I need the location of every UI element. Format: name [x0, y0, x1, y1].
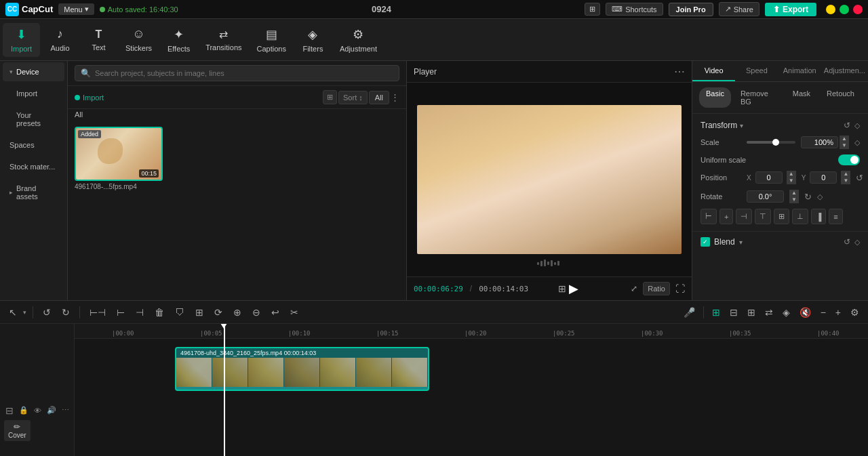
grid-view-button[interactable]: ⊞: [323, 90, 337, 104]
undo-button[interactable]: ↺: [39, 305, 54, 320]
tab-speed[interactable]: Speed: [735, 61, 778, 81]
track-lock-button[interactable]: 🔒: [18, 405, 30, 416]
align-right-button[interactable]: ⊣: [736, 209, 752, 224]
remove-track-button[interactable]: ⊖: [249, 305, 264, 320]
sub-tab-basic[interactable]: Basic: [699, 87, 731, 108]
tool-text[interactable]: T Text: [80, 24, 117, 56]
position-x-down-button[interactable]: ▼: [787, 178, 796, 184]
scale-down-button[interactable]: ▼: [840, 142, 849, 149]
blend-checkbox[interactable]: ✓: [701, 237, 710, 247]
track-visibility-button[interactable]: 👁: [33, 405, 43, 416]
all-filter-button[interactable]: All: [369, 91, 389, 104]
zoom-out-button[interactable]: −: [817, 305, 829, 320]
screen-size-button[interactable]: ⊞: [585, 3, 600, 16]
position-reset-button[interactable]: ↺: [856, 173, 863, 183]
grid-overlay-button[interactable]: ⊞: [558, 283, 566, 294]
tool-filters[interactable]: ◈ Filters: [294, 23, 332, 57]
position-y-up-button[interactable]: ▲: [841, 171, 850, 178]
tool-import[interactable]: ⬇ Import: [3, 23, 40, 57]
add-track-button[interactable]: ⊕: [230, 305, 245, 320]
cursor-button[interactable]: ↖: [5, 305, 20, 320]
scale-up-button[interactable]: ▲: [840, 136, 849, 142]
rotate-circle-button[interactable]: ↻: [804, 192, 812, 202]
align-center-h-button[interactable]: +: [719, 209, 733, 224]
tool-captions[interactable]: ▤ Captions: [250, 23, 293, 57]
unlink-button[interactable]: ⊟: [726, 305, 741, 320]
maximize-button[interactable]: [840, 5, 849, 14]
tool-audio[interactable]: ♪ Audio: [41, 23, 79, 56]
blend-keyframe-button[interactable]: ◇: [854, 237, 860, 247]
split-at-playhead-button[interactable]: ⊢⊣: [86, 305, 109, 320]
align-distribute-button[interactable]: ≡: [829, 209, 842, 224]
blend-reset-button[interactable]: ↺: [844, 237, 850, 247]
list-item[interactable]: Added 00:15 4961708-...5fps.mp4: [75, 127, 163, 190]
speed-ramp-button[interactable]: ◈: [779, 305, 793, 320]
sub-tab-remove-bg[interactable]: Remove BG: [734, 87, 783, 108]
video-clip[interactable]: 4961708-uhd_3840_2160_25fps.mp4 00:00:14…: [175, 347, 429, 391]
play-button[interactable]: ▶: [569, 281, 578, 296]
trim-right-button[interactable]: ⊣: [132, 305, 147, 320]
position-y-down-button[interactable]: ▼: [841, 178, 850, 184]
transform-reset-button[interactable]: ↺: [844, 121, 850, 130]
search-input[interactable]: [95, 69, 393, 77]
rotate-down-button[interactable]: ▼: [789, 196, 799, 203]
scale-slider[interactable]: [747, 141, 795, 144]
import-media-button[interactable]: Import: [75, 94, 104, 102]
trim-left-button[interactable]: ⊢: [113, 305, 128, 320]
rotate-keyframe-button[interactable]: ◇: [817, 192, 823, 201]
menu-button[interactable]: Menu ▾: [58, 3, 94, 15]
ratio-button[interactable]: Ratio: [643, 282, 670, 295]
more-timeline-button[interactable]: ⚙: [847, 305, 863, 320]
markers-button[interactable]: ✂: [287, 305, 302, 320]
tool-stickers[interactable]: ☺ Stickers: [119, 23, 159, 56]
fullscreen-button[interactable]: ⛶: [675, 283, 685, 294]
align-center-v-button[interactable]: ⊞: [774, 209, 789, 224]
scale-timeline-button[interactable]: ⊞: [192, 305, 207, 320]
crop-button[interactable]: ⛉: [172, 305, 188, 320]
scale-keyframe-button[interactable]: ◇: [854, 138, 860, 147]
track-audio-button[interactable]: 🔊: [45, 405, 58, 416]
uniform-scale-toggle[interactable]: [838, 154, 860, 165]
group-button[interactable]: ⊞: [744, 305, 759, 320]
link-button[interactable]: ⊞: [709, 305, 724, 320]
fullscreen-fit-button[interactable]: ⤢: [631, 284, 637, 293]
tool-effects[interactable]: ✦ Effects: [160, 23, 197, 57]
sidebar-item-brand-assets[interactable]: ▸ Brand assets: [3, 179, 64, 206]
tab-animation[interactable]: Animation: [778, 61, 821, 81]
sidebar-item-device[interactable]: ▾ Device: [3, 62, 64, 81]
loop-button[interactable]: ⟳: [211, 305, 226, 320]
shortcuts-button[interactable]: ⌨Shortcuts: [606, 3, 663, 16]
join-pro-button[interactable]: Join Pro: [669, 3, 713, 16]
sidebar-item-your-presets[interactable]: Your presets: [3, 106, 64, 133]
redo-button[interactable]: ↻: [58, 305, 73, 320]
tool-adjustment[interactable]: ⚙ Adjustment: [333, 23, 384, 57]
sidebar-item-import[interactable]: Import: [3, 84, 64, 103]
align-top-button[interactable]: ⊤: [755, 209, 771, 224]
minimize-button[interactable]: [826, 5, 835, 14]
sub-tab-retouch[interactable]: Retouch: [820, 87, 861, 108]
close-button[interactable]: [853, 5, 863, 14]
position-x-up-button[interactable]: ▲: [787, 171, 796, 178]
rotate-up-button[interactable]: ▲: [789, 190, 799, 196]
zoom-in-button[interactable]: +: [832, 305, 844, 320]
tool-transitions[interactable]: ⇄ Transitions: [199, 24, 248, 56]
align-bottom-button[interactable]: ⊥: [792, 209, 808, 224]
align-fill-button[interactable]: ▐: [811, 209, 826, 224]
filter-more-button[interactable]: ⋮: [391, 92, 399, 102]
position-x-input[interactable]: 0: [755, 171, 783, 184]
tab-video[interactable]: Video: [692, 61, 735, 81]
player-menu-button[interactable]: ⋯: [674, 65, 685, 78]
position-y-input[interactable]: 0: [810, 171, 837, 184]
sidebar-item-stock-material[interactable]: Stock mater...: [3, 157, 64, 176]
mute-button[interactable]: 🔇: [796, 305, 814, 320]
track-more-button[interactable]: ⋯: [60, 405, 71, 416]
mic-button[interactable]: 🎤: [680, 305, 698, 320]
transform-keyframe-button[interactable]: ◇: [854, 121, 860, 130]
audio-sync-button[interactable]: ⇄: [762, 305, 776, 320]
align-left-button[interactable]: ⊢: [701, 209, 717, 224]
tab-adjustment[interactable]: Adjustmen...: [821, 61, 868, 81]
sort-button[interactable]: Sort ↕: [338, 91, 368, 104]
rotate-input[interactable]: 0.0°: [747, 190, 784, 203]
delete-segment-button[interactable]: 🗑: [151, 305, 167, 320]
snap-button[interactable]: ↩: [268, 305, 283, 320]
